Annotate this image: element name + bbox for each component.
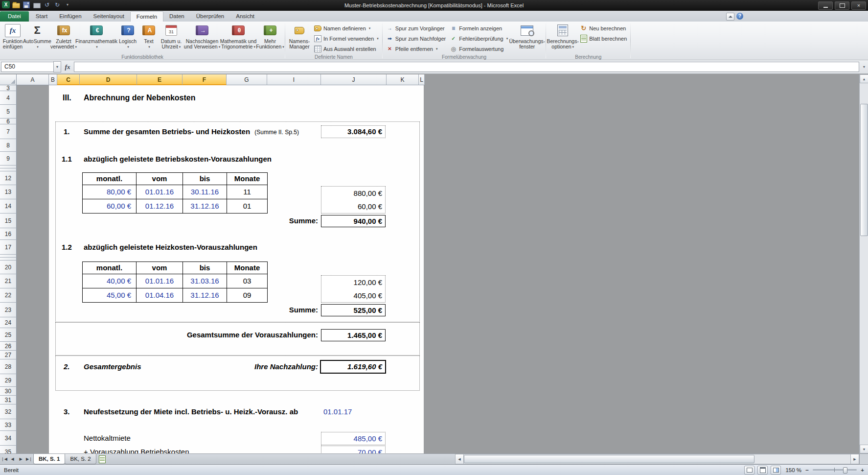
save-icon[interactable]: [23, 1, 30, 8]
cell-rent-value[interactable]: 485,00 €: [321, 432, 386, 445]
table-cell[interactable]: 01.01.16: [137, 274, 183, 288]
cell-item1-value[interactable]: 3.084,60 €: [321, 125, 386, 138]
table-cell[interactable]: 30.11.16: [183, 185, 227, 199]
table-cell[interactable]: 03: [227, 274, 267, 288]
column-header-K[interactable]: K: [387, 74, 419, 85]
view-page-layout-button[interactable]: [757, 466, 768, 475]
horizontal-scrollbar[interactable]: ◀ ▶: [455, 454, 859, 464]
error-checking-button[interactable]: ✓ Fehlerüberprüfung▾: [448, 33, 510, 44]
cell-section2-title[interactable]: Gesamtergebnis: [84, 359, 141, 374]
cell-rent-label[interactable]: Nettokaltmiete: [84, 431, 131, 446]
calculate-sheet-button[interactable]: Blatt berechnen: [578, 33, 629, 44]
previous-sheet-icon[interactable]: ◀: [8, 454, 17, 464]
table-header-cell[interactable]: Monate: [227, 173, 267, 185]
cell-nachzahlung-value[interactable]: 1.619,60 €: [320, 360, 386, 374]
column-header-J[interactable]: J: [321, 74, 387, 85]
ribbon-tab-start[interactable]: Start: [30, 11, 53, 22]
table-cell[interactable]: 31.03.16: [183, 274, 227, 288]
cell-summe2-label[interactable]: Summe:: [225, 303, 318, 317]
view-page-break-button[interactable]: [771, 466, 781, 475]
cell-table2-value[interactable]: 120,00 €: [321, 276, 385, 289]
print-icon[interactable]: [33, 1, 41, 8]
row-header-32[interactable]: 32: [0, 404, 17, 419]
row-header-7[interactable]: 7: [0, 124, 17, 139]
ribbon-tab-ansicht[interactable]: Ansicht: [230, 11, 260, 22]
column-header-C[interactable]: C: [57, 74, 80, 85]
table-header-cell[interactable]: monatl.: [83, 173, 137, 185]
row-header-35[interactable]: 35: [0, 446, 17, 453]
cell-item3-number[interactable]: 3.: [64, 404, 70, 419]
row-header-27[interactable]: 27: [0, 351, 17, 359]
undo-icon[interactable]: ↺: [43, 1, 51, 8]
table-header-cell[interactable]: vom: [137, 173, 183, 185]
table-cell[interactable]: 80,00 €: [83, 185, 137, 199]
cell-item11-text[interactable]: abzüglich geleistete Betriebskosten-Vora…: [84, 152, 272, 166]
ribbon-tab-datei[interactable]: Datei: [0, 11, 29, 22]
row-header-17[interactable]: 17: [0, 240, 17, 255]
row-header-24[interactable]: 24: [0, 317, 17, 328]
row-header-34[interactable]: 34: [0, 431, 17, 446]
table-cell[interactable]: 11: [227, 185, 267, 199]
cell-table2-value[interactable]: 405,00 €: [321, 289, 385, 302]
column-header-E[interactable]: E: [137, 74, 183, 85]
sheet-tab-bk-s-1[interactable]: BK, S. 1: [33, 454, 65, 464]
last-sheet-icon[interactable]: ▶❘: [25, 454, 33, 464]
row-header-20[interactable]: 20: [0, 261, 17, 274]
sheet-tab-bk-s-2[interactable]: BK, S. 2: [65, 454, 96, 464]
row-header-8[interactable]: 8: [0, 139, 17, 152]
logical-button[interactable]: ? Logisch▾: [116, 23, 139, 54]
table-cell[interactable]: 31.12.16: [183, 288, 227, 302]
cell-total-value[interactable]: 1.465,00 €: [321, 329, 386, 341]
watch-window-button[interactable]: Überwachungs-fenster: [510, 23, 544, 54]
trace-precedents-button[interactable]: → Spur zum Vorgänger: [384, 23, 448, 33]
cell-table1-value[interactable]: 60,00 €: [321, 200, 385, 213]
table-cell[interactable]: 31.12.16: [183, 199, 227, 213]
cell-summe1-label[interactable]: Summe:: [225, 214, 318, 228]
cell-item1-number[interactable]: 1.: [64, 124, 70, 139]
zoom-out-icon[interactable]: −: [804, 467, 810, 473]
row-header-12[interactable]: 12: [0, 171, 17, 185]
row-header-26[interactable]: 26: [0, 342, 17, 351]
cell-nachzahlung-label[interactable]: Ihre Nachzahlung:: [196, 359, 318, 374]
vertical-scrollbar-thumb[interactable]: [860, 104, 868, 236]
column-header-F[interactable]: F: [183, 74, 227, 85]
table-header-cell[interactable]: Monate: [227, 262, 267, 274]
recently-used-button[interactable]: fx Zuletztverwendet▾: [50, 23, 77, 54]
name-box-dropdown-icon[interactable]: ▼: [53, 61, 61, 72]
formula-input[interactable]: [74, 62, 859, 72]
table-cell[interactable]: 01.01.16: [137, 185, 183, 199]
horizontal-scrollbar-thumb[interactable]: [464, 455, 754, 463]
table-cell[interactable]: 01.04.16: [137, 288, 183, 302]
date-time-button[interactable]: 31 Datum u.Uhrzeit▾: [158, 23, 184, 54]
cell-item12-number[interactable]: 1.2: [62, 240, 72, 255]
cell-table1-sum[interactable]: 940,00 €: [321, 215, 386, 227]
scroll-down-icon[interactable]: ▼: [860, 445, 868, 453]
define-name-button[interactable]: Namen definieren▾: [312, 23, 381, 33]
cell-table2-sum[interactable]: 525,00 €: [321, 304, 386, 316]
minimize-ribbon-icon[interactable]: [726, 13, 734, 21]
ribbon-tab-formeln[interactable]: Formeln: [130, 11, 163, 22]
table-header-cell[interactable]: bis: [183, 262, 227, 274]
table-header-cell[interactable]: bis: [183, 173, 227, 185]
ribbon-tab-daten[interactable]: Daten: [163, 11, 190, 22]
column-header-I[interactable]: I: [267, 74, 321, 85]
first-sheet-icon[interactable]: ❘◀: [0, 454, 8, 464]
row-header-23[interactable]: 23: [0, 303, 17, 317]
row-header-4[interactable]: 4: [0, 91, 17, 105]
text-button[interactable]: A Text▾: [139, 23, 158, 54]
scroll-up-icon[interactable]: ▲: [860, 74, 868, 83]
zoom-slider-thumb[interactable]: [843, 467, 847, 474]
cell-table1-value[interactable]: 880,00 €: [321, 187, 385, 200]
lookup-reference-button[interactable]: → Nachschlagenund Verweisen▾: [184, 23, 220, 54]
show-formulas-button[interactable]: ≡ Formeln anzeigen: [448, 23, 510, 33]
view-normal-button[interactable]: [744, 466, 754, 475]
open-icon[interactable]: [12, 1, 20, 8]
row-header-3[interactable]: 3: [0, 85, 17, 91]
table-cell[interactable]: 40,00 €: [83, 274, 137, 288]
row-header-5[interactable]: 5: [0, 105, 17, 119]
column-header-A[interactable]: A: [17, 74, 49, 85]
insert-function-button[interactable]: fx Funktioneinfügen: [1, 23, 24, 54]
remove-arrows-button[interactable]: ✕ Pfeile entfernen▾: [384, 44, 448, 54]
ribbon-tab-überprüfen[interactable]: Überprüfen: [190, 11, 230, 22]
insert-function-fx-icon[interactable]: fx: [61, 63, 74, 71]
